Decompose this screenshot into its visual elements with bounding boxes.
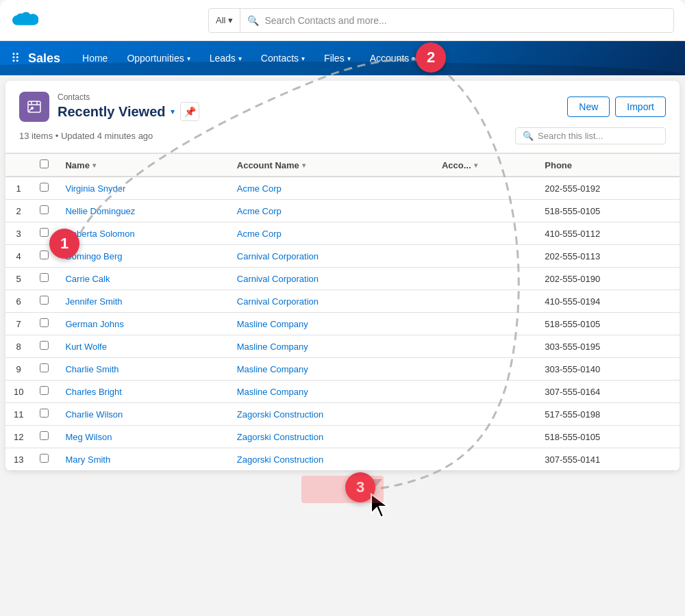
row-number: 11 (5, 403, 32, 426)
svg-marker-5 (370, 479, 382, 489)
nav-item-files[interactable]: Files ▾ (316, 49, 359, 68)
view-dropdown-arrow[interactable]: ▾ (171, 107, 175, 116)
sort-icon: ▾ (92, 162, 96, 169)
search-icon: 🔍 (247, 15, 259, 26)
account-name-link[interactable]: Masline Company (237, 319, 308, 329)
row-acct2 (434, 245, 536, 268)
table-row: 4 Domingo Berg Carnival Corporation 202-… (5, 245, 680, 268)
grid-icon[interactable]: ⠿ (11, 51, 20, 66)
account-name-link[interactable]: Masline Company (237, 364, 308, 374)
sort-icon: ▾ (474, 162, 477, 169)
import-button[interactable]: Import (615, 97, 666, 117)
search-scope-dropdown[interactable]: All ▾ (209, 9, 240, 32)
row-acct2 (434, 403, 536, 426)
row-checkbox[interactable] (40, 183, 49, 192)
row-checkbox[interactable] (40, 363, 49, 372)
chevron-down-icon: ▾ (238, 55, 242, 62)
row-name: German Johns (57, 313, 228, 335)
acct2-sort[interactable]: Acco... ▾ (442, 160, 528, 170)
account-name-link[interactable]: Masline Company (237, 387, 308, 397)
row-checkbox[interactable] (40, 296, 49, 305)
contact-name-link[interactable]: Meg Wilson (65, 432, 112, 442)
pin-button[interactable]: 📌 (180, 102, 199, 121)
app-name: Sales (28, 51, 60, 66)
top-bar: All ▾ 🔍 Search Contacts and more... (0, 0, 685, 41)
nav-item-opportunities[interactable]: Opportunities ▾ (119, 49, 198, 68)
row-checkbox[interactable] (40, 431, 49, 440)
account-name-link[interactable]: Zagorski Construction (237, 432, 323, 442)
account-name-link[interactable]: Zagorski Construction (237, 454, 323, 465)
account-name-link[interactable]: Carnival Corporation (237, 251, 319, 261)
col-name: Name ▾ (57, 154, 228, 177)
contacts-table: Name ▾ Account Name ▾ Acco... ▾ (5, 153, 680, 471)
nav-item-home[interactable]: Home (74, 49, 116, 68)
row-name: Meg Wilson (57, 426, 228, 448)
list-search[interactable]: 🔍 Search this list... (515, 127, 666, 144)
contact-name-link[interactable]: German Johns (65, 319, 123, 329)
row-checkbox[interactable] (40, 228, 49, 237)
row-checkbox-cell (32, 222, 57, 245)
account-name-link[interactable]: Carnival Corporation (237, 296, 319, 307)
contact-name-link[interactable]: Mary Smith (65, 454, 110, 465)
row-acct2 (434, 358, 536, 381)
contact-name-link[interactable]: Jennifer Smith (65, 296, 122, 307)
col-account-name: Account Name ▾ (229, 154, 434, 177)
search-input-area[interactable]: 🔍 Search Contacts and more... (240, 15, 673, 26)
row-account: Carnival Corporation (229, 245, 434, 268)
table-row: 9 Charlie Smith Masline Company 303-555-… (5, 358, 680, 381)
row-checkbox-cell (32, 381, 57, 403)
account-name-link[interactable]: Acme Corp (237, 229, 282, 239)
row-checkbox-cell (32, 245, 57, 268)
row-number: 13 (5, 448, 32, 471)
account-name-link[interactable]: Acme Corp (237, 183, 282, 194)
contact-name-link[interactable]: Domingo Berg (65, 251, 122, 261)
row-checkbox[interactable] (40, 251, 49, 259)
row-name: Carrie Calk (57, 268, 228, 290)
account-name-link[interactable]: Acme Corp (237, 206, 282, 216)
contact-name-link[interactable]: Virginia Snyder (65, 183, 125, 194)
row-number: 3 (5, 222, 32, 245)
row-phone: 410-555-0194 (536, 290, 680, 313)
nav-item-leads[interactable]: Leads ▾ (201, 49, 250, 68)
row-phone: 202-555-0192 (536, 177, 680, 200)
table-row: 12 Meg Wilson Zagorski Construction 518-… (5, 426, 680, 448)
select-all-checkbox[interactable] (40, 159, 49, 168)
contact-name-link[interactable]: Charlie Wilson (65, 409, 123, 420)
account-name-link[interactable]: Zagorski Construction (237, 409, 323, 420)
row-phone: 410-555-0112 (536, 222, 680, 245)
row-acct2 (434, 222, 536, 245)
contact-name-link[interactable]: Nellie Dominguez (65, 206, 135, 216)
row-checkbox-cell (32, 268, 57, 290)
row-acct2 (434, 290, 536, 313)
account-name-link[interactable]: Masline Company (237, 342, 308, 352)
contacts-header: Contacts Recently Viewed ▾ 📌 New Import … (5, 81, 680, 153)
contact-name-link[interactable]: Roberta Solomon (65, 229, 134, 239)
contact-name-link[interactable]: Charles Bright (65, 387, 121, 397)
row-checkbox[interactable] (40, 409, 49, 418)
account-sort[interactable]: Account Name ▾ (237, 160, 425, 170)
row-checkbox[interactable] (40, 205, 49, 214)
row-number: 12 (5, 426, 32, 448)
contact-name-link[interactable]: Kurt Wolfe (65, 342, 106, 352)
row-checkbox[interactable] (40, 386, 49, 395)
contact-name-link[interactable]: Carrie Calk (65, 274, 110, 284)
account-name-link[interactable]: Carnival Corporation (237, 274, 319, 284)
new-button[interactable]: New (567, 97, 610, 117)
row-checkbox[interactable] (40, 454, 49, 463)
row-checkbox-cell (32, 403, 57, 426)
row-checkbox[interactable] (40, 318, 49, 327)
nav-item-contacts[interactable]: Contacts ▾ (253, 49, 313, 68)
row-account: Zagorski Construction (229, 448, 434, 471)
nav-item-accounts[interactable]: Accounts ▾ (362, 49, 424, 68)
name-sort[interactable]: Name ▾ (65, 160, 220, 170)
contact-name-link[interactable]: Charlie Smith (65, 364, 119, 374)
row-account: Acme Corp (229, 222, 434, 245)
row-name: Domingo Berg (57, 245, 228, 268)
row-checkbox[interactable] (40, 273, 49, 282)
row-account: Carnival Corporation (229, 290, 434, 313)
table-row: 13 Mary Smith Zagorski Construction 307-… (5, 448, 680, 471)
col-acct2: Acco... ▾ (434, 154, 536, 177)
col-num (5, 154, 32, 177)
main-panel: Contacts Recently Viewed ▾ 📌 New Import … (5, 81, 680, 471)
row-checkbox[interactable] (40, 341, 49, 350)
